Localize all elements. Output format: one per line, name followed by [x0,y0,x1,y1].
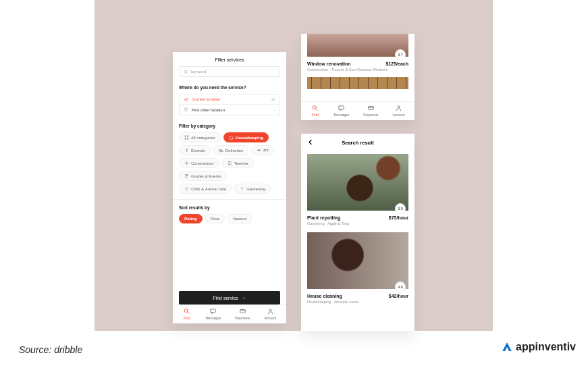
tab-label: Find [184,316,190,320]
svg-point-8 [186,149,187,149]
arrow-right-icon: → [242,296,246,300]
svg-point-12 [186,162,188,164]
card-title[interactable]: Window renovation [307,61,351,66]
svg-rect-7 [187,138,188,139]
card-image: 4.6 [307,232,408,289]
next-card-peek-image [307,77,408,89]
svg-rect-15 [211,309,216,313]
category-chip-housekeeping[interactable]: Housekeeping [223,132,269,142]
page-title: Search result [314,140,408,146]
bottom-nav: FindMessagesPaymentsAccount [173,304,286,323]
tab-label: Messages [333,113,349,117]
filter-category-label: Filter by category [179,124,280,128]
rating-badge: 4.6 [395,282,406,292]
tab-label: Account [392,113,404,117]
phone-featured-card: 3.7 Window renovation $125/each Construc… [301,34,415,120]
result-card[interactable]: 4.6 House cleaning $42/hour Housekeeping… [301,225,415,304]
card-price: $75/hour [389,215,408,220]
svg-rect-20 [369,107,374,110]
category-chip-teacher[interactable]: Teacher [222,158,254,168]
sort-options: RatingPriceNewest [179,214,280,223]
svg-point-10 [220,151,221,152]
svg-rect-13 [185,175,188,178]
location-current[interactable]: Current location [179,94,280,105]
tab-account[interactable]: Account [264,308,276,320]
category-chip-gardening[interactable]: Gardening [234,184,271,194]
svg-rect-6 [185,138,186,139]
category-chip-child-animal-care[interactable]: Child & Animal care [179,184,232,194]
chip-label: Guides & Events [191,174,221,178]
tab-label: Payments [363,113,378,117]
svg-point-21 [398,106,400,108]
location-other[interactable]: Pick other location › [179,105,280,115]
rating-badge: 3.7 [395,49,406,60]
svg-point-11 [221,151,222,152]
search-icon [184,70,188,74]
target-icon [271,97,275,102]
chip-label: Gardening [246,187,265,191]
svg-point-18 [313,106,317,109]
sort-chip-rating[interactable]: Rating [179,214,203,223]
chevron-left-icon [307,139,313,145]
sort-chip-price[interactable]: Price [205,214,225,223]
sort-label: Sort results by [179,205,280,210]
category-chip-guides-events[interactable]: Guides & Events [179,171,227,181]
card-price: $42/hour [389,294,408,298]
chip-label: Rating [184,217,197,221]
chip-label: Errands [191,149,205,153]
svg-point-0 [184,70,187,73]
chip-label: PT [263,149,269,153]
nav-arrow-icon [184,97,188,102]
location-other-label: Pick other location [192,108,225,112]
tab-label: Payments [235,316,250,320]
chip-label: Price [211,217,220,221]
tab-label: Account [264,316,276,320]
chip-label: Newest [233,217,246,221]
appinventiv-logo: appinventiv [501,341,576,353]
svg-rect-4 [185,136,186,137]
svg-rect-19 [339,106,344,109]
category-chip-all-categories[interactable]: All categories [179,132,221,142]
svg-line-1 [187,72,188,74]
svg-point-3 [273,99,273,99]
back-button[interactable] [307,139,314,146]
tab-account[interactable]: Account [392,105,404,117]
tab-messages[interactable]: Messages [333,105,349,117]
phone-search-results: Search result 3.9 Plant repotting $75/ho… [301,134,415,331]
tab-find[interactable]: Find [311,105,319,117]
location-current-label: Current location [192,97,220,101]
tab-find[interactable]: Find [182,308,191,320]
page-title: Filter services [173,52,286,66]
result-card[interactable]: 3.9 Plant repotting $75/hour Gardening A… [301,151,415,225]
backdrop [95,0,493,331]
brand-mark-icon [501,341,513,353]
chip-label: Deliveries [225,149,243,153]
tab-messages[interactable]: Messages [205,308,221,320]
bottom-nav: FindMessagesPaymentsAccount [301,101,415,120]
tab-payments[interactable]: Payments [363,105,378,117]
svg-point-17 [269,309,271,311]
tab-payments[interactable]: Payments [235,308,250,320]
chip-label: Construction [191,161,214,165]
category-chip-construction[interactable]: Construction [179,158,219,168]
category-chip-deliveries[interactable]: Deliveries [213,145,248,155]
find-service-button[interactable]: Find service → [179,291,280,304]
category-chip-list: All categoriesHousekeepingErrandsDeliver… [179,132,280,194]
svg-rect-5 [187,136,188,137]
sort-chip-newest[interactable]: Newest [228,214,252,223]
category-chip-pt[interactable]: PT [251,145,274,155]
card-image: 3.7 [307,34,408,57]
divider [173,199,286,200]
cta-label: Find service [213,296,238,300]
category-chip-errands[interactable]: Errands [179,145,211,155]
card-price: $125/each [386,61,408,66]
source-attribution: Source: dribble [19,344,82,355]
tab-label: Messages [205,316,221,320]
card-image: 3.9 [307,154,408,211]
where-label: Where do you need the service? [179,85,280,90]
search-input[interactable]: keyword [179,66,280,77]
phone-filter-services: Filter services keyword Where do you nee… [173,52,286,323]
pin-icon [184,107,188,112]
brand-label: appinventiv [516,341,576,353]
chip-label: All categories [191,136,215,140]
